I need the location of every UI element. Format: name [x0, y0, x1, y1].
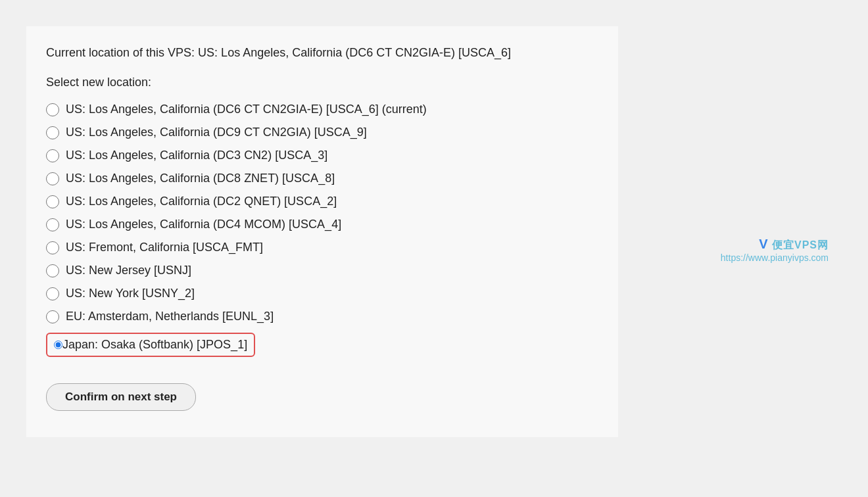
select-location-label: Select new location: [46, 76, 598, 89]
watermark-logo: V 便宜VPS网 [721, 237, 829, 252]
location-item[interactable]: US: Los Angeles, California (DC6 CT CN2G… [46, 103, 598, 116]
watermark-text: 便宜VPS网 [772, 239, 829, 250]
location-radio-usca3[interactable] [46, 149, 59, 162]
confirm-button[interactable]: Confirm on next step [46, 383, 196, 411]
location-item[interactable]: US: Los Angeles, California (DC9 CT CN2G… [46, 126, 598, 139]
location-label: US: New Jersey [USNJ] [66, 264, 191, 277]
location-radio-usca6[interactable] [46, 103, 59, 116]
location-label: US: Los Angeles, California (DC3 CN2) [U… [66, 149, 327, 162]
location-item[interactable]: Japan: Osaka (Softbank) [JPOS_1] [46, 333, 255, 357]
main-container: Current location of this VPS: US: Los An… [26, 26, 618, 437]
watermark: V 便宜VPS网 https://www.pianyivps.com [721, 237, 829, 263]
location-radio-usca2[interactable] [46, 195, 59, 208]
watermark-url: https://www.pianyivps.com [721, 252, 829, 263]
location-label: US: Los Angeles, California (DC4 MCOM) [… [66, 218, 341, 231]
location-label: US: New York [USNY_2] [66, 287, 195, 300]
location-list: US: Los Angeles, California (DC6 CT CN2G… [46, 103, 598, 357]
location-label: US: Los Angeles, California (DC2 QNET) [… [66, 195, 337, 208]
location-radio-eunl3[interactable] [46, 310, 59, 323]
location-item[interactable]: US: New Jersey [USNJ] [46, 264, 598, 277]
current-location-text: Current location of this VPS: US: Los An… [46, 46, 598, 60]
location-radio-usca9[interactable] [46, 126, 59, 139]
location-radio-jpos1[interactable] [54, 341, 62, 349]
location-radio-usny2[interactable] [46, 287, 59, 300]
location-radio-usca4[interactable] [46, 218, 59, 231]
location-item[interactable]: US: Los Angeles, California (DC3 CN2) [U… [46, 149, 598, 162]
location-item[interactable]: US: Los Angeles, California (DC8 ZNET) [… [46, 172, 598, 185]
location-item[interactable]: US: Fremont, California [USCA_FMT] [46, 241, 598, 254]
location-label: EU: Amsterdam, Netherlands [EUNL_3] [66, 310, 274, 323]
location-radio-usca8[interactable] [46, 172, 59, 185]
location-item[interactable]: EU: Amsterdam, Netherlands [EUNL_3] [46, 310, 598, 323]
location-item[interactable]: US: Los Angeles, California (DC2 QNET) [… [46, 195, 598, 208]
location-label: US: Los Angeles, California (DC9 CT CN2G… [66, 126, 367, 139]
location-item[interactable]: US: Los Angeles, California (DC4 MCOM) [… [46, 218, 598, 231]
location-item[interactable]: US: New York [USNY_2] [46, 287, 598, 300]
location-label: US: Los Angeles, California (DC6 CT CN2G… [66, 103, 427, 116]
location-radio-usnj[interactable] [46, 264, 59, 277]
location-label: US: Los Angeles, California (DC8 ZNET) [… [66, 172, 335, 185]
location-label: Japan: Osaka (Softbank) [JPOS_1] [62, 338, 247, 352]
location-radio-uscafmt[interactable] [46, 241, 59, 254]
location-label: US: Fremont, California [USCA_FMT] [66, 241, 263, 254]
watermark-v-icon: V [759, 237, 768, 251]
